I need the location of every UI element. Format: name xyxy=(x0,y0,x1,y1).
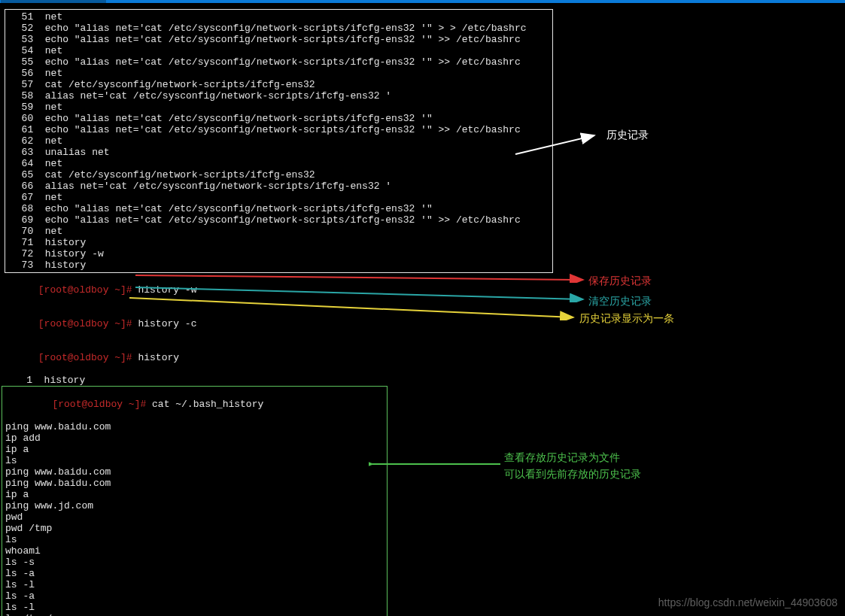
bash-history-line: whoami xyxy=(5,545,384,557)
history-line: 67 net xyxy=(10,192,548,203)
history-line: 72 history -w xyxy=(10,248,548,259)
bash-history-line: ping www.baidu.com xyxy=(5,466,384,478)
history-line: 71 history xyxy=(10,237,548,248)
bash-history-line: pwd /tmp xyxy=(5,523,384,534)
history-line: 57 cat /etc/sysconfig/network-scripts/if… xyxy=(10,79,548,90)
history-line: 52 echo "alias net='cat /etc/sysconfig/n… xyxy=(10,23,548,34)
history-line: 73 history xyxy=(10,259,548,271)
history-line: 54 net xyxy=(10,45,548,56)
bash-history-line: ls -l xyxy=(5,579,384,590)
bash-history-line: ls /tmp/ xyxy=(5,613,384,616)
annotation-file1: 查看存放历史记录为文件 xyxy=(504,451,620,465)
prompt-history-c: [root@oldboy ~]# history -c xyxy=(0,307,845,341)
bash-history-file-block: [root@oldboy ~]# cat ~/.bash_history pin… xyxy=(2,386,388,616)
prompt-cat-bash-history: [root@oldboy ~]# cat ~/.bash_history xyxy=(5,387,384,421)
history-line: 60 echo "alias net='cat /etc/sysconfig/n… xyxy=(10,113,548,124)
history-line: 65 cat /etc/sysconfig/network-scripts/if… xyxy=(10,169,548,181)
annotation-file2: 可以看到先前存放的历史记录 xyxy=(504,468,641,481)
bash-history-line: ls -l xyxy=(5,602,384,613)
bash-history-line: ls xyxy=(5,455,384,466)
history-one-line: 1 history xyxy=(0,375,845,386)
history-line: 69 echo "alias net='cat /etc/sysconfig/n… xyxy=(10,214,548,226)
bash-history-line: ls -s xyxy=(5,557,384,568)
history-line: 58 alias net='cat /etc/sysconfig/network… xyxy=(10,90,548,102)
bash-history-line: ping www.baidu.com xyxy=(5,421,384,432)
annotation-save: 保存历史记录 xyxy=(588,275,652,288)
history-line: 59 net xyxy=(10,102,548,113)
command-block: [root@oldboy ~]# history -w [root@oldboy… xyxy=(0,273,845,616)
history-line: 70 net xyxy=(10,226,548,237)
bash-history-line: ls -a xyxy=(5,568,384,579)
history-line: 68 echo "alias net='cat /etc/sysconfig/n… xyxy=(10,203,548,214)
prompt-history-w: [root@oldboy ~]# history -w xyxy=(0,273,845,307)
history-line: 55 echo "alias net='cat /etc/sysconfig/n… xyxy=(10,56,548,68)
history-line: 53 echo "alias net='cat /etc/sysconfig/n… xyxy=(10,34,548,45)
annotation-one: 历史记录显示为一条 xyxy=(579,312,674,326)
bash-history-line: ip add xyxy=(5,432,384,444)
bash-history-line: ls xyxy=(5,534,384,545)
history-line: 61 echo "alias net='cat /etc/sysconfig/n… xyxy=(10,124,548,135)
bash-history-content: ping www.baidu.comip addip alsping www.b… xyxy=(5,421,384,616)
prompt-history: [root@oldboy ~]# history xyxy=(0,341,845,375)
bash-history-line: ls -a xyxy=(5,590,384,602)
terminal-screen[interactable]: 51 net 52 echo "alias net='cat /etc/sysc… xyxy=(0,3,845,616)
bash-history-line: ip a xyxy=(5,444,384,455)
history-line: 56 net xyxy=(10,68,548,79)
history-line: 51 net xyxy=(10,11,548,23)
annotation-clear: 清空历史记录 xyxy=(588,295,652,308)
annotation-history: 历史记录 xyxy=(606,129,649,142)
bash-history-line: ping www.jd.com xyxy=(5,500,384,511)
bash-history-line: pwd xyxy=(5,511,384,523)
watermark: https://blog.csdn.net/weixin_44903608 xyxy=(658,596,837,608)
history-line: 62 net xyxy=(10,135,548,147)
history-output-block: 51 net 52 echo "alias net='cat /etc/sysc… xyxy=(5,9,553,273)
history-line: 66 alias net='cat /etc/sysconfig/network… xyxy=(10,181,548,192)
history-line: 63 unalias net xyxy=(10,147,548,158)
history-line: 64 net xyxy=(10,158,548,169)
bash-history-line: ping www.baidu.com xyxy=(5,478,384,489)
bash-history-line: ip a xyxy=(5,489,384,500)
